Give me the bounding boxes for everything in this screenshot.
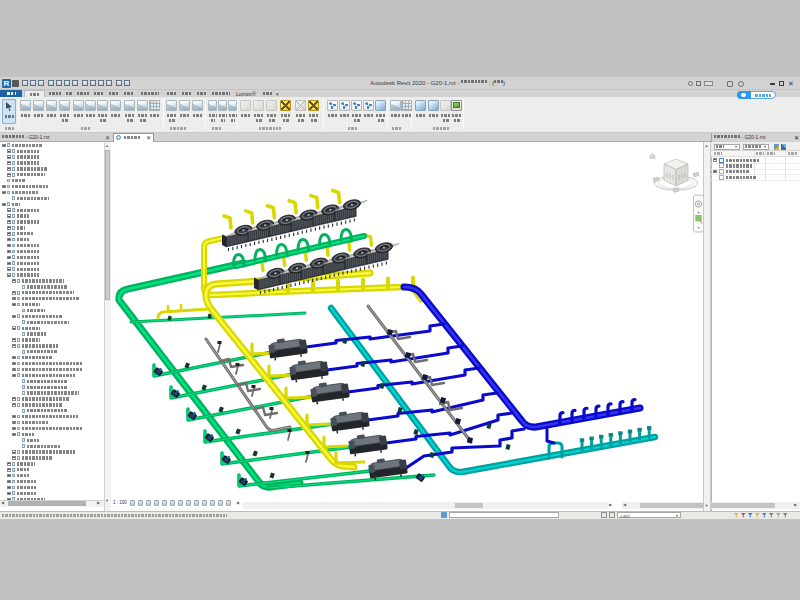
svg-text:▾: ▾ [697,210,699,215]
svg-text:▾: ▾ [697,225,699,230]
